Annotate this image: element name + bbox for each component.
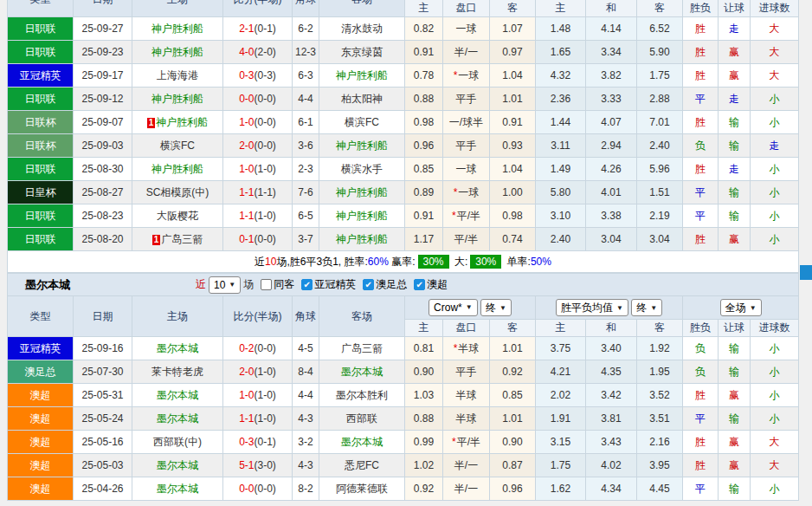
euro-home-odds: 1.62 — [536, 477, 586, 501]
score-cell[interactable]: 0-3(0-3) — [223, 64, 293, 88]
score-cell[interactable]: 0-0(0-0) — [223, 88, 293, 111]
home-team-name[interactable]: 横滨FC — [160, 139, 195, 152]
score-cell[interactable]: 1-1(1-0) — [223, 407, 293, 431]
away-team-name[interactable]: 东京绿茵 — [341, 46, 383, 58]
score-cell[interactable]: 5-1(3-0) — [223, 454, 293, 477]
away-team-name[interactable]: 清水鼓动 — [341, 23, 383, 35]
league-badge[interactable]: 澳超 — [8, 431, 74, 454]
home-team-name[interactable]: 墨尔本城 — [157, 389, 198, 401]
home-team-name[interactable]: 上海海港 — [157, 69, 198, 81]
league-badge[interactable]: 亚冠精英 — [8, 64, 74, 88]
score-cell[interactable]: 1-0(0-0) — [223, 111, 293, 134]
score-cell[interactable]: 2-1(0-1) — [223, 17, 293, 41]
checkbox-checked-icon[interactable]: ✔ — [414, 279, 425, 290]
league-badge[interactable]: 日联杯 — [8, 134, 74, 158]
euro-home-odds: 3.11 — [536, 134, 586, 158]
league-badge[interactable]: 澳足总 — [8, 360, 74, 384]
checkbox-checked-icon[interactable]: ✔ — [363, 279, 374, 290]
league-badge[interactable]: 日职联 — [8, 41, 74, 64]
away-team-name[interactable]: 悉尼FC — [345, 459, 379, 471]
score-cell[interactable]: 4-0(2-0) — [223, 41, 293, 64]
filter-checkbox-澳足总[interactable]: ✔澳足总 — [363, 277, 407, 292]
home-team-name[interactable]: 西部联(中) — [153, 436, 202, 448]
away-team-name[interactable]: 神户胜利船 — [336, 139, 388, 152]
recent-count-select[interactable]: 10▼ — [209, 276, 241, 294]
away-team-name[interactable]: 西部联 — [346, 412, 377, 425]
euro-type-select[interactable]: 胜平负均值▼ — [556, 299, 628, 316]
score-cell[interactable]: 1-1(1-1) — [223, 181, 293, 204]
away-team-name[interactable]: 横滨FC — [345, 116, 379, 128]
scroll-widget-button[interactable] — [800, 265, 812, 280]
goals-result: 大 — [751, 17, 799, 41]
asian-handicap: 一球 — [443, 158, 490, 181]
league-badge[interactable]: 日职联 — [8, 228, 74, 251]
away-team-name[interactable]: 神户胜利船 — [336, 233, 388, 245]
score-cell[interactable]: 0-1(0-0) — [223, 228, 293, 251]
checkbox-unchecked-icon[interactable] — [261, 279, 272, 290]
home-team-name[interactable]: 墨尔本城 — [157, 459, 198, 471]
home-team-name[interactable]: 墨尔本城 — [157, 483, 198, 495]
home-team-name[interactable]: 墨尔本城 — [157, 412, 198, 425]
away-team-name[interactable]: 广岛三箭 — [341, 342, 383, 354]
scope-select[interactable]: 全场▼ — [720, 299, 762, 316]
home-team-name[interactable]: SC相模原(中) — [146, 186, 209, 198]
score-cell[interactable]: 1-0(1-0) — [223, 384, 293, 407]
league-badge[interactable]: 澳超 — [8, 407, 74, 431]
score-cell[interactable]: 1-1(1-0) — [223, 204, 293, 228]
home-team-name[interactable]: 神户胜利船 — [151, 46, 203, 58]
league-badge[interactable]: 澳超 — [8, 384, 74, 407]
score-cell[interactable]: 2-0(1-0) — [223, 360, 293, 384]
league-badge[interactable]: 日职联 — [8, 204, 74, 228]
checkbox-checked-icon[interactable]: ✔ — [301, 279, 313, 290]
away-team-name[interactable]: 神户胜利船 — [336, 186, 388, 198]
away-team-name[interactable]: 墨尔本胜利 — [336, 389, 388, 401]
league-badge[interactable]: 澳超 — [8, 454, 74, 477]
scope-controls: 全场▼ — [683, 296, 799, 320]
away-team-name[interactable]: 墨尔本城 — [341, 436, 383, 448]
home-team-name[interactable]: 神户胜利船 — [156, 116, 208, 128]
league-badge[interactable]: 日职联 — [8, 88, 74, 111]
league-badge[interactable]: 日皇杯 — [8, 181, 74, 204]
filter-checkbox-同客[interactable]: 同客 — [261, 277, 294, 292]
euro-home-odds: 4.21 — [536, 360, 586, 384]
score-cell[interactable]: 0-3(0-1) — [223, 431, 293, 454]
euro-time-select[interactable]: 终▼ — [631, 299, 662, 316]
league-badge[interactable]: 亚冠精英 — [8, 337, 74, 360]
asian-away-odds: 1.00 — [490, 181, 536, 204]
away-team-name[interactable]: 墨尔本城 — [341, 366, 383, 378]
score-cell[interactable]: 2-0(0-0) — [223, 134, 293, 158]
away-team-name[interactable]: 神户胜利船 — [336, 69, 388, 81]
away-team-name[interactable]: 神户胜利船 — [336, 210, 388, 222]
euro-draw-odds: 4.02 — [586, 454, 637, 477]
odds-source-select[interactable]: Crow*▼ — [429, 299, 478, 316]
away-team-name[interactable]: 柏太阳神 — [341, 93, 383, 105]
handicap-result: 输 — [719, 181, 751, 204]
asian-time-select[interactable]: 终▼ — [480, 299, 512, 316]
score-cell[interactable]: 0-2(0-0) — [223, 337, 293, 360]
goals-result: 小 — [751, 181, 799, 204]
filter-checkbox-澳超[interactable]: ✔澳超 — [414, 277, 448, 292]
league-badge[interactable]: 澳超 — [8, 477, 74, 501]
score-cell[interactable]: 0-0(0-0) — [223, 477, 293, 501]
home-team-name[interactable]: 广岛三箭 — [161, 233, 203, 245]
league-badge[interactable]: 日职联 — [8, 17, 74, 41]
home-team-name[interactable]: 大阪樱花 — [157, 210, 198, 222]
handicap-result: 赢 — [719, 41, 751, 64]
home-team-name[interactable]: 墨尔本城 — [157, 342, 198, 354]
home-team-name[interactable]: 神户胜利船 — [151, 23, 203, 35]
home-team-name[interactable]: 神户胜利船 — [151, 93, 203, 105]
home-team-name[interactable]: 莱卡特老虎 — [151, 366, 203, 378]
away-team-cell: 神户胜利船 — [319, 181, 405, 204]
match-date: 25-05-24 — [74, 407, 132, 431]
league-badge[interactable]: 日职联 — [8, 158, 74, 181]
corner-score: 3-6 — [293, 134, 319, 158]
home-team-name[interactable]: 神户胜利船 — [151, 163, 203, 175]
away-team-name[interactable]: 阿德莱德联 — [336, 483, 388, 495]
away-team-name[interactable]: 横滨水手 — [341, 163, 383, 175]
full-score: 0-3 — [239, 436, 254, 448]
match-date: 25-05-16 — [74, 431, 132, 454]
changed-odds-star-icon: * — [454, 342, 458, 354]
filter-checkbox-亚冠精英[interactable]: ✔亚冠精英 — [301, 277, 356, 292]
league-badge[interactable]: 日联杯 — [8, 111, 74, 134]
score-cell[interactable]: 1-0(1-0) — [223, 158, 293, 181]
